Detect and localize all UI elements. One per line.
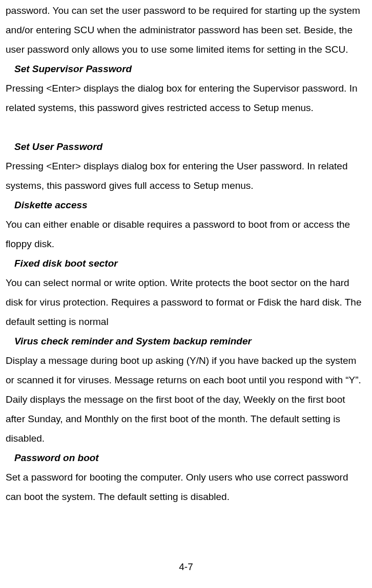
body-virus-check-reminder-2: Daily displays the message on the first … [6,390,366,448]
body-fixed-disk-boot-sector: You can select normal or write option. W… [6,273,366,332]
body-virus-check-reminder-1: Display a message during boot up asking … [6,351,366,390]
heading-password-on-boot: Password on boot [14,448,366,468]
page-number: 4-7 [0,557,372,577]
body-set-user-password: Pressing <Enter> displays dialog box for… [6,157,366,195]
heading-virus-check-reminder: Virus check reminder and System backup r… [14,332,366,351]
body-diskette-access: You can either enable or disable require… [6,215,366,254]
section-spacer [6,118,366,137]
intro-body: password. You can set the user password … [6,1,366,59]
body-password-on-boot: Set a password for booting the computer.… [6,468,366,507]
heading-set-user-password: Set User Password [14,137,366,157]
body-set-supervisor-password: Pressing <Enter> displays the dialog box… [6,79,366,118]
heading-set-supervisor-password: Set Supervisor Password [14,59,366,79]
heading-fixed-disk-boot-sector: Fixed disk boot sector [14,254,366,273]
heading-diskette-access: Diskette access [14,195,366,215]
